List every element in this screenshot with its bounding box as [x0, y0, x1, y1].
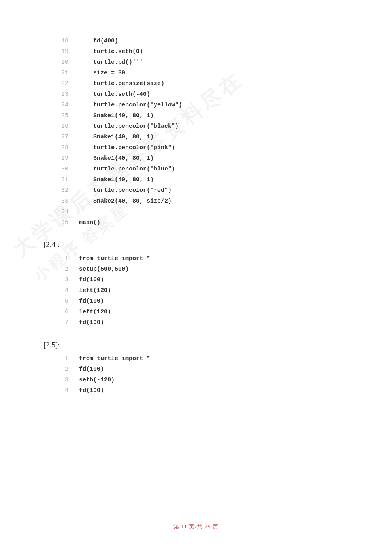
document-page: 大学课后习题答案资料尽在 小程序 答案星 18 fd(400)19 turtle… — [0, 0, 392, 432]
code-line: 18 fd(400) — [61, 36, 349, 46]
code-text: Snake1(40, 80, 1) — [79, 155, 154, 162]
line-number: 29 — [61, 153, 73, 164]
code-gutter: left(120) — [73, 307, 111, 317]
code-text: Snake1(40, 80, 1) — [79, 112, 154, 119]
code-line: 1from turtle import * — [61, 253, 349, 264]
code-text: turtle.seth(-40) — [79, 91, 150, 98]
code-line: 7fd(100) — [61, 317, 349, 328]
code-line: 6left(120) — [61, 307, 349, 317]
code-text: from turtle import * — [79, 355, 150, 362]
code-line: 32 turtle.pencolor("red") — [61, 185, 349, 196]
code-text: turtle.pencolor("pink") — [79, 144, 175, 151]
line-number: 3 — [61, 375, 73, 385]
code-line: 2fd(100) — [61, 364, 349, 375]
code-gutter: turtle.pencolor("pink") — [73, 142, 175, 153]
page-footer: 第 11 页/共 79 页 — [0, 523, 392, 530]
line-number: 35 — [61, 217, 73, 228]
code-gutter: fd(100) — [73, 364, 104, 375]
code-line: 22 turtle.pensize(size) — [61, 78, 349, 89]
code-text: setup(500,500) — [79, 266, 129, 273]
code-block-3: 1from turtle import *2fd(100)3seth(-120)… — [61, 353, 349, 396]
code-gutter: turtle.seth(-40) — [73, 89, 150, 100]
code-gutter: size = 30 — [73, 68, 125, 78]
code-text: fd(100) — [79, 319, 104, 326]
line-number: 5 — [61, 296, 73, 307]
code-line: 4fd(100) — [61, 385, 349, 396]
code-line: 3fd(100) — [61, 275, 349, 285]
code-text: turtle.pencolor("blue") — [79, 166, 175, 172]
code-gutter: fd(100) — [73, 275, 104, 285]
code-gutter: Snake1(40, 80, 1) — [73, 174, 154, 185]
code-text: Snake1(40, 80, 1) — [79, 134, 154, 140]
code-line: 21 size = 30 — [61, 68, 349, 78]
code-text: fd(100) — [79, 277, 104, 283]
code-gutter: turtle.pencolor("yellow") — [73, 100, 182, 110]
line-number: 7 — [61, 317, 73, 328]
line-number: 4 — [61, 285, 73, 296]
line-number: 6 — [61, 307, 73, 317]
line-number: 30 — [61, 164, 73, 174]
code-line: 28 turtle.pencolor("pink") — [61, 142, 349, 153]
line-number: 27 — [61, 132, 73, 142]
code-gutter: turtle.seth(0) — [73, 46, 143, 57]
line-number: 24 — [61, 100, 73, 110]
line-number: 2 — [61, 264, 73, 275]
code-text: turtle.pencolor("red") — [79, 187, 172, 194]
code-text: fd(400) — [79, 38, 118, 44]
code-gutter: turtle.pensize(size) — [73, 78, 164, 89]
line-number: 25 — [61, 110, 73, 121]
code-gutter: main() — [73, 217, 100, 228]
code-line: 1from turtle import * — [61, 353, 349, 364]
code-line: 24 turtle.pencolor("yellow") — [61, 100, 349, 110]
code-gutter: from turtle import * — [73, 253, 150, 264]
line-number: 34 — [61, 206, 73, 217]
code-line: 2setup(500,500) — [61, 264, 349, 275]
code-gutter: turtle.pencolor("blue") — [73, 164, 175, 174]
code-gutter: fd(400) — [73, 36, 118, 46]
line-number: 20 — [61, 57, 73, 68]
code-gutter: Snake1(40, 80, 1) — [73, 153, 154, 164]
line-number: 1 — [61, 253, 73, 264]
code-line: 27 Snake1(40, 80, 1) — [61, 132, 349, 142]
code-text: fd(100) — [79, 298, 104, 305]
line-number: 2 — [61, 364, 73, 375]
code-gutter: Snake1(40, 80, 1) — [73, 132, 154, 142]
code-text: turtle.pencolor("black") — [79, 123, 179, 130]
code-line: 26 turtle.pencolor("black") — [61, 121, 349, 132]
code-gutter: left(120) — [73, 285, 111, 296]
line-number: 33 — [61, 196, 73, 206]
code-text: seth(-120) — [79, 377, 115, 383]
code-gutter: Snake1(40, 80, 1) — [73, 110, 154, 121]
code-gutter: setup(500,500) — [73, 264, 129, 275]
code-text: left(120) — [79, 309, 111, 315]
code-gutter: fd(100) — [73, 385, 104, 396]
code-text: turtle.pd()''' — [79, 59, 143, 66]
line-number: 3 — [61, 275, 73, 285]
line-number: 22 — [61, 78, 73, 89]
line-number: 28 — [61, 142, 73, 153]
line-number: 31 — [61, 174, 73, 185]
code-line: 35main() — [61, 217, 349, 228]
code-line: 31 Snake1(40, 80, 1) — [61, 174, 349, 185]
line-number: 18 — [61, 36, 73, 46]
line-number: 1 — [61, 353, 73, 364]
code-block-1: 18 fd(400)19 turtle.seth(0)20 turtle.pd(… — [61, 36, 349, 228]
code-block-2: 1from turtle import *2setup(500,500)3fd(… — [61, 253, 349, 328]
code-gutter: turtle.pencolor("black") — [73, 121, 179, 132]
code-text: Snake1(40, 80, 1) — [79, 176, 154, 183]
code-line: 3seth(-120) — [61, 375, 349, 385]
code-gutter: seth(-120) — [73, 375, 115, 385]
code-text: size = 30 — [79, 70, 125, 76]
code-text: main() — [79, 219, 100, 226]
code-line: 20 turtle.pd()''' — [61, 57, 349, 68]
code-line: 19 turtle.seth(0) — [61, 46, 349, 57]
code-gutter: fd(100) — [73, 317, 104, 328]
code-line: 33 Snake2(40, 80, size/2) — [61, 196, 349, 206]
line-number: 26 — [61, 121, 73, 132]
code-line: 5fd(100) — [61, 296, 349, 307]
code-line: 23 turtle.seth(-40) — [61, 89, 349, 100]
code-gutter: fd(100) — [73, 296, 104, 307]
line-number: 4 — [61, 385, 73, 396]
section-label-2-4: [2.4]: — [43, 241, 349, 249]
section-label-2-5: [2.5]: — [43, 341, 349, 349]
